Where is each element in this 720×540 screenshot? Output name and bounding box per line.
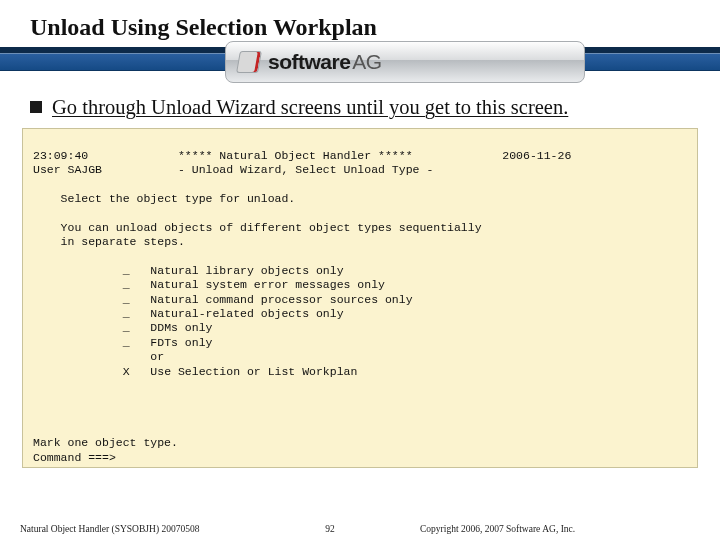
logo-icon — [236, 51, 262, 73]
term-opt-7: or — [150, 350, 164, 363]
brand-bar: software AG — [0, 47, 720, 83]
term-pf-row1: Enter-PF1---PF2---PF3---PF4---PF5---PF6-… — [33, 465, 578, 467]
term-subtitle: - Unload Wizard, Select Unload Type - — [178, 163, 433, 176]
term-opt-1: Natural library objects only — [150, 264, 343, 277]
term-prompt-2a: You can unload objects of different obje… — [61, 221, 482, 234]
term-opt-8: Use Selection or List Workplan — [150, 365, 357, 378]
term-date: 2006-11-26 — [502, 149, 571, 162]
term-opt-2: Natural system error messages only — [150, 278, 385, 291]
footer-page: 92 — [300, 524, 360, 534]
footer-right: Copyright 2006, 2007 Software AG, Inc. — [360, 524, 700, 534]
term-opt-4: Natural-related objects only — [150, 307, 343, 320]
term-opt-3: Natural command processor sources only — [150, 293, 412, 306]
slide-title: Unload Using Selection Workplan — [30, 14, 720, 41]
term-prompt-1: Select the object type for unload. — [61, 192, 296, 205]
term-opt-5: DDMs only — [150, 321, 212, 334]
term-mark-x[interactable]: X — [123, 365, 130, 378]
term-user: User SAJGB — [33, 163, 102, 176]
terminal-panel: 23:09:40 ***** Natural Object Handler **… — [22, 128, 698, 468]
term-prompt-2b: in separate steps. — [61, 235, 185, 248]
footer-left: Natural Object Handler (SYSOBJH) 2007050… — [20, 524, 300, 534]
brand-text-suffix: AG — [352, 50, 381, 74]
term-hint: Mark one object type. — [33, 436, 178, 449]
bullet-text: Go through Unload Wizard screens until y… — [52, 95, 568, 120]
term-opt-6: FDTs only — [150, 336, 212, 349]
term-command[interactable]: Command ===> — [33, 451, 116, 464]
term-time: 23:09:40 — [33, 149, 88, 162]
brand-logo: software AG — [225, 41, 585, 83]
brand-text-prefix: software — [268, 50, 350, 74]
term-app-title: ***** Natural Object Handler ***** — [178, 149, 413, 162]
bullet-icon — [30, 101, 42, 113]
footer: Natural Object Handler (SYSOBJH) 2007050… — [0, 524, 720, 534]
